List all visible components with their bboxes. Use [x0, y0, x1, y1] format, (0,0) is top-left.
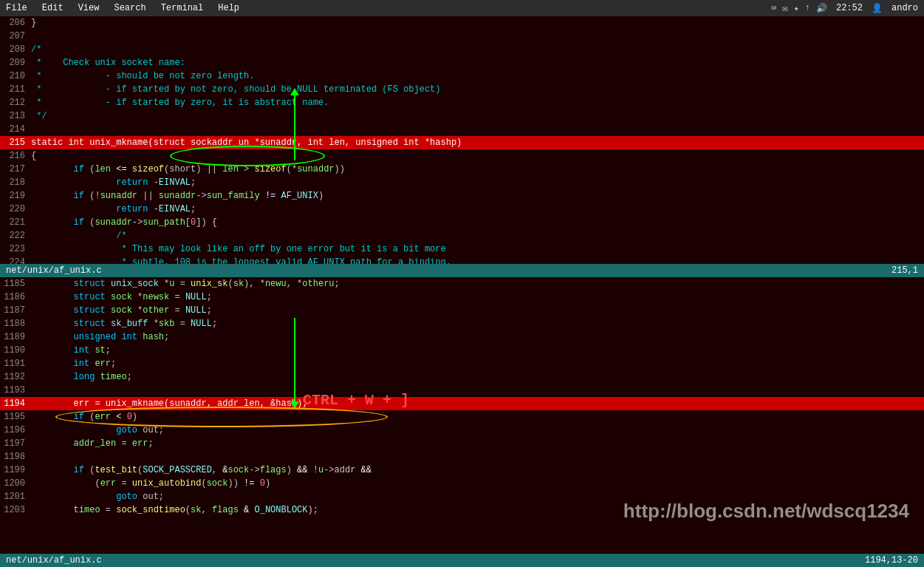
code-line: 207 [0, 30, 924, 43]
line-number: 213 [0, 111, 31, 121]
user-icon: 👤 [872, 3, 883, 14]
menu-view[interactable]: View [75, 3, 103, 13]
code-line: 208/* [0, 43, 924, 56]
line-text: * - if started by zero, it is abstract n… [31, 98, 924, 108]
code-line: 1190 int st; [0, 344, 924, 357]
line-text: return -EINVAL; [31, 177, 924, 188]
line-number: 218 [0, 177, 31, 188]
line-text: struct unix_sock *u = unix_sk(sk), *newu… [31, 279, 924, 289]
menubar-right: ⌨ ✉ ✦ ↑ 🔊 22:52 👤 andro [771, 3, 921, 14]
code-line: 1186 struct sock *newsk = NULL; [0, 291, 924, 304]
menu-search[interactable]: Search [111, 3, 148, 13]
line-text: addr_len = err; [31, 438, 924, 449]
line-text: unsigned int hash; [31, 332, 924, 342]
line-number: 1201 [0, 492, 31, 502]
line-number: 1200 [0, 478, 31, 489]
status-file-bottom: net/unix/af_unix.c [6, 555, 102, 566]
line-number: 217 [0, 164, 31, 174]
code-line: 211 * - if started by not zero, should b… [0, 83, 924, 96]
bluetooth-icon: ✦ [794, 3, 799, 14]
code-line: 1193 [0, 384, 924, 397]
line-text: */ [31, 111, 924, 121]
code-line: 1187 struct sock *other = NULL; [0, 304, 924, 317]
line-number: 221 [0, 217, 31, 228]
code-line: 214 [0, 123, 924, 136]
line-number: 1198 [0, 452, 31, 462]
line-number: 1187 [0, 305, 31, 316]
code-line: 210 * - should be not zero length. [0, 69, 924, 83]
code-line: 1185 struct unix_sock *u = unix_sk(sk), … [0, 277, 924, 291]
code-line: 1196 goto out; [0, 424, 924, 437]
bottom-code-area[interactable]: 1185 struct unix_sock *u = unix_sk(sk), … [0, 277, 924, 567]
line-text: int err; [31, 359, 924, 369]
line-number: 1190 [0, 345, 31, 356]
code-line: 221 if (sunaddr->sun_path[0]) { [0, 216, 924, 229]
status-file-top: net/unix/af_unix.c [6, 265, 102, 276]
top-pane: 206}207208/*209 * Check unix socket name… [0, 16, 924, 264]
line-number: 214 [0, 124, 31, 135]
menu-terminal[interactable]: Terminal [158, 3, 207, 13]
menu-file[interactable]: File [3, 3, 30, 13]
line-text: /* [31, 231, 924, 241]
line-text: struct sock *newsk = NULL; [31, 292, 924, 302]
line-number: 220 [0, 204, 31, 214]
line-number: 224 [0, 257, 31, 264]
menu-help[interactable]: Help [215, 3, 242, 13]
line-number: 222 [0, 231, 31, 241]
line-number: 206 [0, 18, 31, 28]
editor-container: 206}207208/*209 * Check unix socket name… [0, 16, 924, 567]
line-number: 211 [0, 84, 31, 95]
line-text: /* [31, 44, 924, 55]
code-line: 223 * This may look like an off by one e… [0, 242, 924, 256]
code-line: 1203 timeo = sock_sndtimeo(sk, flags & O… [0, 503, 924, 517]
mail-icon: ✉ [782, 3, 787, 14]
line-text: if (!sunaddr || sunaddr->sun_family != A… [31, 191, 924, 201]
line-text: * This may look like an off by one error… [31, 244, 924, 254]
menu-edit[interactable]: Edit [39, 3, 66, 13]
menubar-left: File Edit View Search Terminal Help [3, 3, 242, 13]
code-line: 218 return -EINVAL; [0, 176, 924, 189]
line-number: 1185 [0, 279, 31, 289]
code-line: 1189 unsigned int hash; [0, 330, 924, 344]
line-text: if (err < 0) [31, 412, 924, 422]
code-line: 1197 addr_len = err; [0, 437, 924, 450]
line-text: } [31, 18, 924, 28]
top-code-area[interactable]: 206}207208/*209 * Check unix socket name… [0, 16, 924, 264]
clock: 22:52 [833, 3, 866, 13]
line-text: struct sk_buff *skb = NULL; [31, 319, 924, 329]
code-line: 1191 int err; [0, 357, 924, 370]
code-line: 1188 struct sk_buff *skb = NULL; [0, 317, 924, 330]
code-line: 1195 if (err < 0) [0, 410, 924, 424]
line-number: 207 [0, 31, 31, 41]
line-number: 1188 [0, 319, 31, 329]
line-number: 1197 [0, 438, 31, 449]
line-text: * - if started by not zero, should be NU… [31, 84, 924, 95]
code-line: 216{ [0, 149, 924, 163]
line-number: 1194 [0, 398, 31, 409]
line-text: if (test_bit(SOCK_PASSCRED, &sock->flags… [31, 465, 924, 475]
line-text: static int unix_mkname(struct sockaddr_u… [31, 137, 924, 148]
line-text: * - should be not zero length. [31, 71, 924, 81]
line-text: * Check unix socket name: [31, 58, 924, 68]
code-line: 1200 (err = unix_autobind(sock)) != 0) [0, 477, 924, 490]
code-line: 222 /* [0, 229, 924, 242]
status-bar-top: net/unix/af_unix.c 215,1 [0, 264, 924, 277]
line-text: { [31, 151, 924, 161]
line-number: 1189 [0, 332, 31, 342]
code-line: 209 * Check unix socket name: [0, 56, 924, 69]
line-text: if (len <= sizeof(short) || len > sizeof… [31, 164, 924, 174]
line-text: return -EINVAL; [31, 204, 924, 214]
line-number: 1193 [0, 385, 31, 395]
line-text: (err = unix_autobind(sock)) != 0) [31, 478, 924, 489]
line-text: if (sunaddr->sun_path[0]) { [31, 217, 924, 228]
code-line: 215static int unix_mkname(struct sockadd… [0, 136, 924, 149]
line-number: 208 [0, 44, 31, 55]
line-number: 1195 [0, 412, 31, 422]
status-pos-bottom: 1194,13-20 [865, 555, 918, 566]
line-text: goto out; [31, 425, 924, 435]
line-text: err = unix_mkname(sunaddr, addr_len, &ha… [31, 398, 924, 409]
code-line: 1194 err = unix_mkname(sunaddr, addr_len… [0, 397, 924, 410]
line-number: 1203 [0, 505, 31, 515]
code-line: 220 return -EINVAL; [0, 203, 924, 216]
line-number: 1191 [0, 359, 31, 369]
